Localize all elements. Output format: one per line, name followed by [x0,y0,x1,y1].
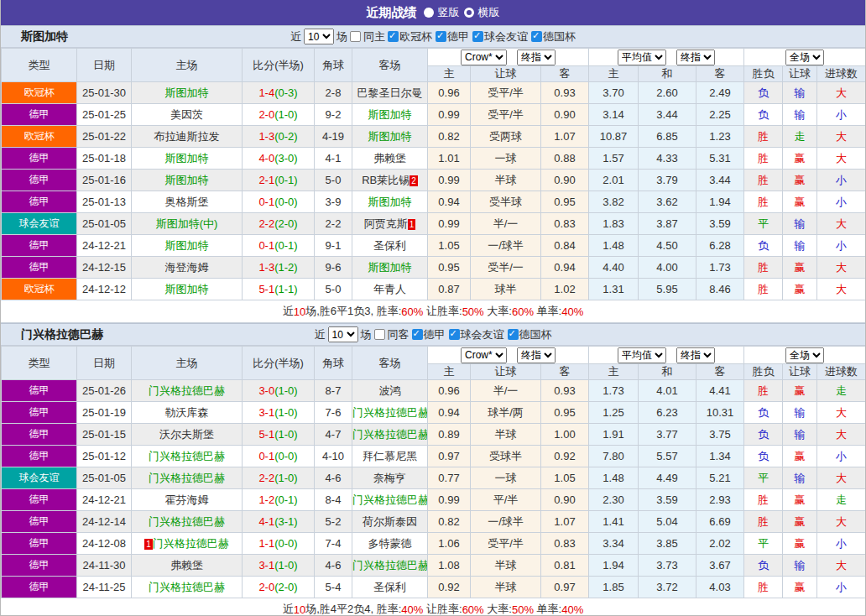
crow-home-odds: 1.01 [428,148,471,170]
away-team-cell: 圣保利 [352,235,428,257]
crow-home-odds: 0.94 [428,402,471,424]
match-count-select[interactable]: 10 [304,29,334,44]
avg-away-odds: 6.28 [696,235,744,257]
score-cell: 3-0(1-0) [243,380,315,402]
same-away-checkbox[interactable] [374,329,385,340]
handicap-line: 受半/一 [471,257,541,279]
result-handicap: 输 [783,235,817,257]
avg-away-odds: 1.23 [696,126,744,148]
league-filter-item: 球会友谊 [449,327,504,342]
final-odds-select-1[interactable]: 终指 [517,347,556,363]
col-let-header: 让球 [783,66,817,82]
away-team-name: 阿贾克斯 [364,217,408,230]
halftime-score: (1-2) [274,261,297,274]
away-team-cell: 门兴格拉德巴赫 [352,402,428,424]
corner-score: 5-0 [315,170,352,191]
match-row: 德甲 24-12-14 门兴格拉德巴赫 4-1(3-1) 5-2 荷尔斯泰因 0… [2,511,866,533]
fulltime-score: 1-1 [258,537,274,550]
avg-home-odds: 3.14 [589,104,639,126]
match-date: 25-01-05 [77,467,132,489]
away-team-name: 门兴格拉德巴赫 [352,559,428,572]
score-cell: 1-4(0-3) [243,82,315,104]
result-goals: 小 [817,446,866,467]
corner-score: 9-1 [315,235,352,257]
league-label: 德甲 [424,327,446,342]
crow-away-odds: 0.90 [541,489,589,511]
away-team-cell: RB莱比锡2 [352,170,428,191]
corner-score: 4-1 [315,148,352,170]
avg-draw-odds: 5.57 [639,446,696,467]
competition-cell: 德甲 [2,170,77,191]
avg-draw-odds: 3.73 [639,555,696,577]
match-date: 25-01-26 [77,380,132,402]
result-goals: 大 [817,257,866,279]
result-goals: 大 [817,511,866,533]
league-checkbox[interactable] [449,329,460,340]
home-team-name: 斯图加特(中) [156,217,218,230]
crow-away-odds: 0.93 [541,380,589,402]
result-outcome: 胜 [744,257,783,279]
result-outcome: 胜 [744,170,783,191]
avg-home-odds: 1.48 [589,467,639,489]
home-team-name: 沃尔夫斯堡 [159,428,214,441]
result-handicap: 走 [783,126,817,148]
league-checkbox[interactable] [508,329,519,340]
crow-away-odds: 0.83 [541,533,589,555]
match-row: 德甲 24-11-30 弗赖堡 3-1(1-0) 4-6 门兴格拉德巴赫 1.0… [2,555,866,577]
final-odds-select-2[interactable]: 终指 [676,347,715,363]
home-team-cell: 门兴格拉德巴赫 [132,380,243,402]
games-label: 场 [361,327,372,342]
competition-cell: 欧冠杯 [2,126,77,148]
league-checkbox[interactable] [436,31,446,42]
match-count-select[interactable]: 10 [328,326,358,342]
result-outcome: 负 [744,446,783,467]
league-checkbox[interactable] [531,31,542,42]
result-handicap: 赢 [783,148,817,170]
bookmaker-select[interactable]: Crow* [461,50,507,65]
same-home-checkbox[interactable] [350,31,361,42]
away-team-name: 斯图加特 [368,196,412,208]
league-checkbox[interactable] [412,329,423,340]
halftime-score: (0-0) [274,196,297,208]
league-checkbox[interactable] [388,31,399,42]
match-date: 24-12-21 [77,489,132,511]
crow-away-odds: 0.88 [541,148,589,170]
final-odds-select-2[interactable]: 终指 [676,50,715,65]
league-checkbox[interactable] [472,31,483,42]
fulltime-score: 3-0 [258,384,274,397]
avg-draw-odds: 5.04 [639,511,696,533]
horizontal-layout-radio[interactable] [464,8,474,18]
fulltime-score: 2-0 [258,108,274,121]
crow-away-odds: 0.95 [541,402,589,424]
halftime-score: (1-0) [274,428,297,441]
vertical-layout-radio[interactable] [424,8,434,18]
summary-line-1: 近10场,胜6平1负3, 胜率:60% 让胜率:50% 大率:60% 单率:40… [1,300,865,323]
avg-away-odds: 4.03 [696,577,744,598]
average-select[interactable]: 平均值 [618,50,666,65]
bookmaker-select[interactable]: Crow* [461,347,507,363]
corner-score: 4-10 [315,446,352,467]
match-date: 24-12-08 [77,533,132,555]
result-outcome: 胜 [744,191,783,213]
corner-score: 3-9 [315,191,352,213]
final-odds-select-1[interactable]: 终指 [517,50,556,65]
home-team-name: 斯图加特 [165,152,209,164]
corner-score: 5-2 [315,511,352,533]
match-row: 德甲 25-01-26 门兴格拉德巴赫 3-0(1-0) 8-7 波鸿 0.96… [2,380,866,402]
average-select-group: 平均值终指 [589,49,744,66]
fulltime-select[interactable]: 全场 [785,347,824,363]
filter-bar: 近 10 场 同客 德甲 球会友谊 德国杯 [315,326,552,342]
competition-cell: 德甲 [2,191,77,213]
score-cell: 5-1(1-1) [243,279,315,300]
average-select[interactable]: 平均值 [618,347,666,363]
col-let-header: 让球 [783,364,817,380]
avg-draw-odds: 3.77 [639,424,696,446]
col-goals-header: 进球数 [817,66,866,82]
crow-home-odds: 0.82 [428,511,471,533]
handicap-line: 平/半 [471,489,541,511]
fulltime-score: 3-1 [258,406,274,419]
fulltime-score: 1-3 [258,261,274,274]
crow-home-odds: 0.99 [428,104,471,126]
fulltime-select[interactable]: 全场 [785,50,824,65]
result-handicap: 输 [783,213,817,235]
